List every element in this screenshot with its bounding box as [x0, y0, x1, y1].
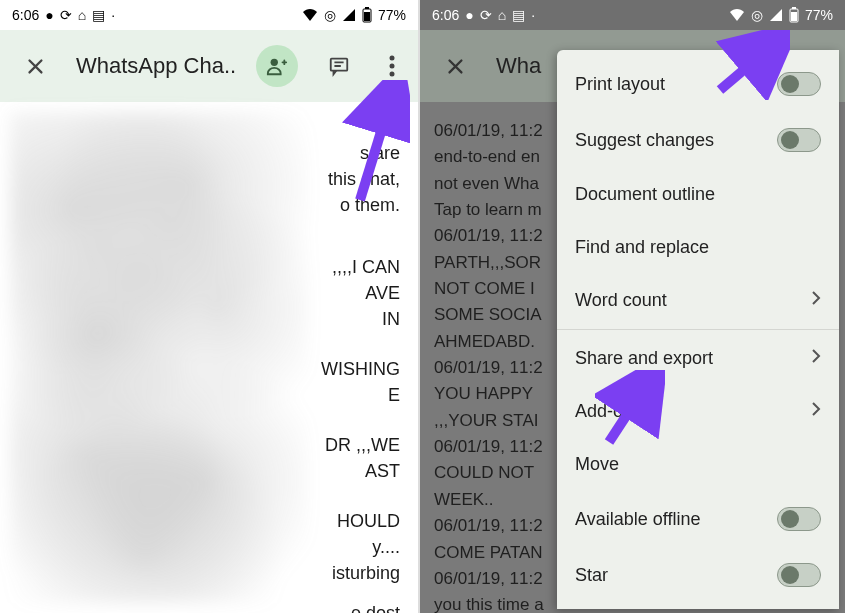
document-body-blurred: s are this chat,o them.,,,,I CANAVE INWI… [0, 102, 418, 613]
menu-item-document-outline[interactable]: Document outline [557, 168, 839, 221]
blurred-content [10, 112, 308, 603]
visible-text-fragment: HOULD [337, 508, 400, 535]
visible-text-fragment: DR ,,,WE [325, 432, 400, 459]
menu-item-print-layout[interactable]: Print layout [557, 56, 839, 112]
svg-rect-2 [364, 12, 370, 21]
wifi-icon [302, 8, 318, 22]
battery-icon [789, 7, 799, 23]
visible-text-fragment: e dost [351, 600, 400, 613]
menu-item-label: Find and replace [575, 237, 709, 258]
hotspot-icon: ◎ [324, 7, 336, 23]
overflow-menu-icon[interactable] [380, 45, 404, 87]
status-time: 6:06 [432, 7, 459, 23]
menu-item-star[interactable]: Star [557, 547, 839, 603]
toggle-switch[interactable] [777, 128, 821, 152]
visible-text-fragment: IN [377, 306, 400, 333]
menu-item-label: Available offline [575, 509, 700, 530]
svg-point-6 [390, 64, 395, 69]
status-bar: 6:06 ● ⟳ ⌂ ▤ · ◎ 77% [0, 0, 418, 30]
battery-icon [362, 7, 372, 23]
visible-text-fragment: AST [365, 458, 400, 485]
svg-rect-4 [331, 59, 348, 71]
visible-text-fragment: isturbing [332, 560, 400, 587]
menu-item-label: Move [575, 454, 619, 475]
visible-text-fragment: s are [360, 140, 400, 167]
status-bar: 6:06 ● ⟳ ⌂ ▤ · ◎ 77% [420, 0, 845, 30]
visible-text-fragment: E [388, 382, 400, 409]
document-title[interactable]: WhatsApp Cha... [76, 53, 236, 79]
hotspot-icon: ◎ [751, 7, 763, 23]
menu-item-suggest-changes[interactable]: Suggest changes [557, 112, 839, 168]
toggle-switch[interactable] [777, 72, 821, 96]
wifi-icon [729, 8, 745, 22]
menu-item-word-count[interactable]: Word count [557, 274, 839, 327]
chat-bubble-icon: ● [45, 7, 53, 23]
visible-text-fragment: o them. [340, 192, 400, 219]
status-dot: · [111, 7, 115, 23]
menu-item-label: Share and export [575, 348, 713, 369]
chevron-right-icon [811, 348, 821, 369]
menu-item-label: Suggest changes [575, 130, 714, 151]
right-screenshot: 6:06 ● ⟳ ⌂ ▤ · ◎ 77% Wha 06/01/19, [420, 0, 845, 613]
menu-item-label: Star [575, 565, 608, 586]
close-icon[interactable] [14, 45, 56, 87]
visible-text-fragment: WISHING [321, 356, 400, 383]
cards-icon: ▤ [512, 7, 525, 23]
menu-item-add-ons[interactable]: Add-ons [557, 385, 839, 438]
svg-rect-9 [792, 7, 796, 9]
svg-rect-10 [791, 12, 797, 21]
toggle-switch[interactable] [777, 563, 821, 587]
cards-icon: ▤ [92, 7, 105, 23]
status-time: 6:06 [12, 7, 39, 23]
menu-item-label: Add-ons [575, 401, 642, 422]
battery-percent: 77% [805, 7, 833, 23]
menu-divider [557, 329, 839, 330]
chat-bubble-icon: ● [465, 7, 473, 23]
chevron-right-icon [811, 401, 821, 422]
signal-icon [342, 8, 356, 22]
visible-text-fragment: AVE [365, 280, 400, 307]
cloud-icon: ⌂ [498, 7, 506, 23]
chevron-right-icon [811, 290, 821, 311]
status-dot: · [531, 7, 535, 23]
menu-item-label: Word count [575, 290, 667, 311]
overflow-menu: Print layoutSuggest changesDocument outl… [557, 50, 839, 609]
menu-item-find-and-replace[interactable]: Find and replace [557, 221, 839, 274]
signal-icon [769, 8, 783, 22]
sync-icon: ⟳ [480, 7, 492, 23]
svg-point-7 [390, 72, 395, 77]
close-icon[interactable] [434, 45, 476, 87]
menu-item-move[interactable]: Move [557, 438, 839, 491]
visible-text-fragment: ,,,,I CAN [332, 254, 400, 281]
toggle-switch[interactable] [777, 507, 821, 531]
menu-item-label: Document outline [575, 184, 715, 205]
add-person-icon[interactable] [256, 45, 298, 87]
svg-point-5 [390, 56, 395, 61]
visible-text-fragment: y.... [372, 534, 400, 561]
svg-rect-1 [365, 7, 369, 9]
visible-text-fragment: this chat, [323, 166, 400, 193]
app-bar: WhatsApp Cha... [0, 30, 418, 102]
menu-item-share-and-export[interactable]: Share and export [557, 332, 839, 385]
svg-point-3 [271, 59, 278, 66]
menu-item-available-offline[interactable]: Available offline [557, 491, 839, 547]
comment-icon[interactable] [318, 45, 360, 87]
menu-item-label: Print layout [575, 74, 665, 95]
cloud-icon: ⌂ [78, 7, 86, 23]
sync-icon: ⟳ [60, 7, 72, 23]
left-screenshot: 6:06 ● ⟳ ⌂ ▤ · ◎ 77% WhatsApp Cha... [0, 0, 420, 613]
battery-percent: 77% [378, 7, 406, 23]
